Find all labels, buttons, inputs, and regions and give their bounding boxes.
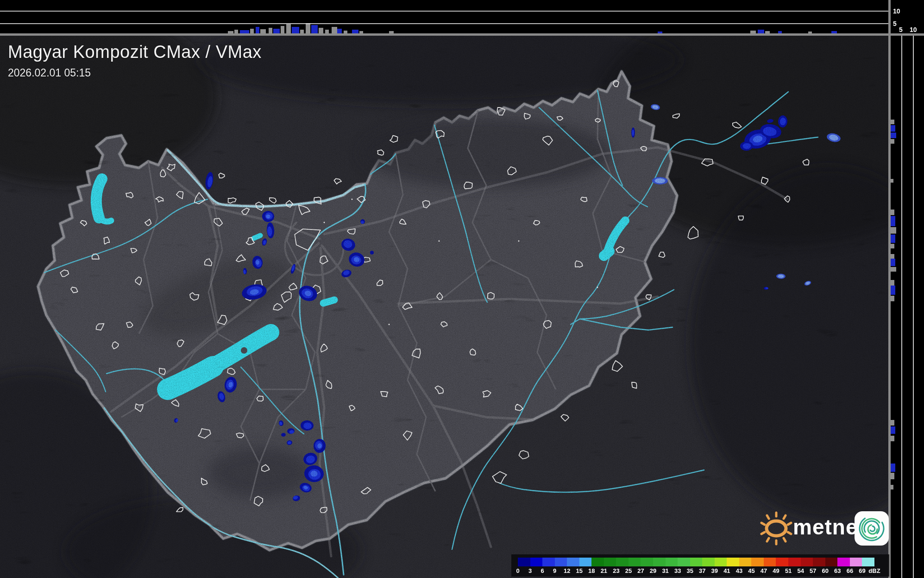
colorbar-swatch — [690, 558, 703, 566]
colorbar-swatch — [604, 558, 616, 566]
colorbar-label: 47 — [761, 567, 767, 574]
top-profile-block — [344, 31, 347, 33]
colorbar-swatch — [518, 558, 530, 566]
colorbar-label: 43 — [736, 567, 742, 574]
right-profile-block — [891, 120, 894, 124]
colorbar-label: 63 — [834, 567, 841, 574]
dbz-colorbar-panel: 0369121518212325272931333537394143454749… — [511, 554, 889, 577]
colorbar-label: 66 — [847, 567, 853, 574]
top-profile-block — [808, 32, 812, 33]
colorbar-label: 49 — [773, 567, 779, 574]
top-profile-block — [286, 24, 291, 33]
colorbar-label: dBZ — [868, 567, 880, 574]
colorbar-label: 57 — [810, 567, 816, 574]
right-profile-block — [891, 235, 895, 243]
top-profile-block — [765, 31, 770, 33]
top-profile-block — [281, 26, 284, 33]
top-profile-block — [234, 30, 238, 33]
colorbar-label: 45 — [748, 567, 754, 574]
colorbar-label: 37 — [699, 567, 705, 574]
colorbar-swatch — [862, 558, 874, 566]
colorbar-swatch — [702, 558, 715, 566]
ridge-texture — [0, 36, 888, 578]
colorbar-swatch — [629, 558, 641, 566]
colorbar-swatch — [850, 558, 862, 566]
colorbar-label: 33 — [674, 567, 681, 574]
right-profile-block — [891, 473, 894, 479]
colorbar-swatch — [678, 558, 690, 566]
top-axis-5km-label: 5 — [893, 20, 897, 27]
right-profile-block — [891, 139, 894, 144]
top-profile-block — [332, 27, 337, 33]
top-profile-block — [240, 30, 249, 33]
right-profile-block — [891, 227, 896, 234]
colorbar-swatch — [641, 558, 653, 566]
colorbar-label: 69 — [859, 567, 865, 574]
colorbar-swatch — [837, 558, 850, 566]
right-profile-block — [891, 244, 894, 248]
colorbar-label: 41 — [723, 567, 730, 574]
radar-map — [0, 0, 924, 578]
colorbar-swatch — [666, 558, 678, 566]
top-profile-block — [359, 31, 363, 33]
metnet-app-icon — [854, 511, 889, 546]
colorbar-swatch — [801, 558, 813, 566]
right-profile-block — [891, 286, 895, 295]
top-profile-block — [260, 29, 266, 33]
colorbar-label: 31 — [662, 567, 668, 574]
sun-icon — [759, 508, 793, 547]
top-profile-block — [319, 28, 323, 33]
right-profile-block — [891, 420, 894, 426]
colorbar-label: 39 — [711, 567, 718, 574]
colorbar-label: 21 — [601, 567, 607, 574]
right-profile-block — [891, 133, 896, 138]
top-profile-block — [273, 29, 280, 33]
top-profile-block — [352, 30, 358, 33]
top-profile-block — [250, 29, 254, 33]
top-profile-block — [292, 27, 299, 33]
top-axis-10km-label: 10 — [893, 8, 900, 14]
colorbar-label: 27 — [637, 567, 644, 574]
top-profile-block — [300, 30, 304, 33]
top-profile-block — [750, 31, 756, 33]
colorbar-swatch — [727, 558, 739, 566]
metnet-logo: metnet — [759, 508, 889, 547]
colorbar-swatches — [518, 558, 874, 566]
radar-composite-screen: Magyar Kompozit CMax / VMax 2026.02.01 0… — [0, 0, 924, 578]
right-profile-block — [891, 436, 894, 441]
right-profile-block — [891, 426, 895, 434]
top-profile-block — [325, 30, 329, 33]
colorbar-label: 18 — [588, 567, 595, 574]
right-profile-block — [891, 280, 894, 286]
colorbar-swatch — [788, 558, 801, 566]
colorbar-swatch — [764, 558, 776, 566]
colorbar-swatch — [530, 558, 543, 566]
colorbar-swatch — [555, 558, 567, 566]
right-profile-block — [891, 210, 894, 215]
colorbar-swatch — [591, 558, 604, 566]
colorbar-swatch — [715, 558, 727, 566]
top-profile-block — [337, 29, 342, 33]
top-profile-block — [758, 30, 764, 33]
top-profile-block — [389, 31, 394, 33]
right-axis-10km-label: 10 — [910, 26, 917, 33]
right-axis-5km-label: 5 — [899, 26, 903, 33]
top-profile-block — [228, 31, 233, 33]
colorbar-swatch — [616, 558, 629, 566]
colorbar-label: 0 — [516, 567, 519, 574]
colorbar-label: 6 — [541, 567, 544, 574]
colorbar-swatch — [567, 558, 579, 566]
top-profile-block — [831, 31, 837, 33]
right-profile-block — [891, 267, 896, 272]
top-profile-block — [256, 27, 259, 33]
colorbar-swatch — [579, 558, 592, 566]
colorbar-swatch — [739, 558, 752, 566]
colorbar-swatch — [776, 558, 788, 566]
top-profile-block — [311, 25, 318, 33]
colorbar-label: 3 — [528, 567, 532, 574]
top-profile-block — [306, 23, 310, 33]
right-profile-block — [891, 259, 895, 266]
right-profile-block — [891, 464, 895, 472]
map-top-frame-bar — [0, 33, 924, 36]
colorbar-label: 29 — [650, 567, 656, 574]
